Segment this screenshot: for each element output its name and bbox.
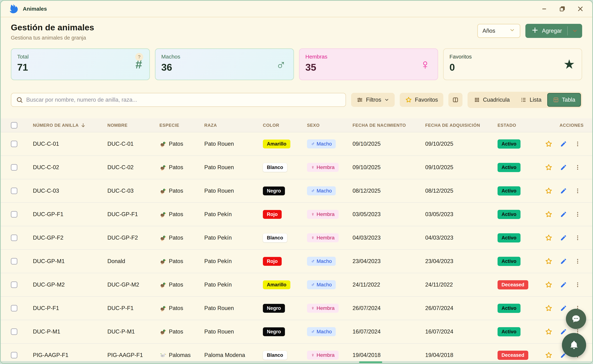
more-options-button[interactable]	[575, 258, 581, 264]
favorite-star-button[interactable]	[545, 328, 553, 336]
edit-pencil-button[interactable]	[560, 187, 567, 194]
name-cell: Donald	[108, 258, 160, 265]
row-checkbox[interactable]	[11, 328, 17, 335]
edit-pencil-button[interactable]	[560, 141, 567, 147]
chat-fab-button[interactable]	[566, 309, 586, 329]
more-options-button[interactable]	[575, 235, 581, 241]
breed-cell: Pato Pekín	[204, 258, 263, 265]
sex-symbol-icon: ♂	[311, 141, 315, 147]
help-icon[interactable]: ?	[135, 53, 143, 61]
name-cell: DUC-P-F1	[108, 305, 160, 312]
table-row[interactable]: DUC-P-F1 DUC-P-F1 Patos Pato Rouen Negro…	[1, 297, 592, 320]
edit-pencil-button[interactable]	[560, 234, 567, 241]
horizontal-scrollbar[interactable]	[1, 361, 592, 363]
stat-favorites-label: Favoritos	[449, 54, 576, 60]
favorite-star-button[interactable]	[545, 304, 553, 312]
column-header-color[interactable]: COLOR	[263, 123, 307, 128]
table-row[interactable]: DUC-C-01 DUC-C-01 Patos Pato Rouen Amari…	[1, 132, 592, 156]
column-header-name[interactable]: NOMBRE	[108, 123, 160, 128]
table-icon	[553, 97, 559, 103]
scrollbar-thumb[interactable]	[359, 362, 382, 363]
stat-favorites-value: 0	[449, 62, 576, 73]
chevron-down-icon	[509, 27, 515, 34]
color-badge: Negro	[263, 327, 285, 336]
column-header-ring[interactable]: NÚMERO DE ANILLA	[33, 123, 108, 128]
table-row[interactable]: DUC-GP-F2 DUC-GP-F2 Patos Pato Pekín Bla…	[1, 226, 592, 250]
filters-button[interactable]: Filtros	[351, 93, 394, 107]
view-switcher: Cuadricula Lista Tabla	[468, 92, 582, 108]
row-checkbox[interactable]	[11, 281, 17, 288]
row-checkbox[interactable]	[11, 211, 17, 218]
more-options-button[interactable]	[575, 211, 581, 217]
minimize-icon[interactable]	[540, 5, 548, 13]
maximize-icon[interactable]	[558, 5, 566, 13]
favorite-star-button[interactable]	[545, 281, 553, 288]
animals-table: NÚMERO DE ANILLA NOMBRE ESPECIE RAZA COL…	[1, 118, 592, 364]
more-options-button[interactable]	[575, 164, 581, 170]
table-row[interactable]: DUC-C-03 DUC-C-03 Patos Pato Rouen Negro…	[1, 179, 592, 203]
name-cell: DUC-GP-F2	[108, 234, 160, 241]
sex-symbol-icon: ♂	[311, 258, 315, 264]
favorites-filter-button[interactable]: Favoritos	[400, 93, 443, 107]
female-icon: ♀	[420, 57, 430, 72]
sex-symbol-icon: ♂	[311, 188, 315, 194]
table-row[interactable]: DUC-P-M1 DUC-P-M1 Patos Pato Rouen Negro…	[1, 320, 592, 344]
table-row[interactable]: DUC-GP-F1 DUC-GP-F1 Patos Pato Pekín Roj…	[1, 203, 592, 226]
table-row[interactable]: DUC-GP-M2 DUC-GP-M2 Patos Pato Pekín Ama…	[1, 273, 592, 297]
more-options-button[interactable]	[575, 141, 581, 147]
column-header-species[interactable]: ESPECIE	[160, 123, 204, 128]
row-checkbox[interactable]	[11, 258, 17, 265]
add-button[interactable]: Agregar	[526, 24, 582, 38]
favorite-star-button[interactable]	[545, 351, 553, 359]
favorite-star-button[interactable]	[545, 187, 553, 195]
birth-date-cell: 24/11/2022	[352, 281, 425, 288]
row-checkbox[interactable]	[11, 305, 17, 312]
edit-pencil-button[interactable]	[560, 258, 567, 265]
column-header-status[interactable]: ESTADO	[498, 123, 545, 128]
table-row[interactable]: DUC-C-02 DUC-C-02 Patos Pato Rouen Blanc…	[1, 156, 592, 179]
acquired-date-cell: 09/10/2025	[425, 141, 498, 147]
birth-date-cell: 04/03/2023	[352, 234, 425, 241]
more-options-button[interactable]	[575, 188, 581, 194]
column-header-birth[interactable]: FECHA DE NACIMIENTO	[352, 123, 425, 128]
search-input[interactable]	[26, 97, 341, 103]
name-cell: DUC-C-03	[108, 188, 160, 194]
row-checkbox[interactable]	[11, 141, 17, 147]
sliders-icon	[357, 97, 363, 103]
more-options-button[interactable]	[575, 282, 581, 288]
acquired-date-cell: 08/12/2025	[425, 188, 498, 194]
favorite-star-button[interactable]	[545, 140, 553, 148]
add-dropdown-toggle[interactable]	[568, 28, 582, 34]
edit-pencil-button[interactable]	[560, 211, 567, 218]
favorite-star-button[interactable]	[545, 258, 553, 265]
row-checkbox[interactable]	[11, 352, 17, 358]
ring-number-cell: PIG-AAGP-F1	[33, 352, 108, 358]
column-header-breed[interactable]: RAZA	[204, 123, 263, 128]
sex-badge: ♂Macho	[307, 257, 336, 266]
edit-pencil-button[interactable]	[560, 328, 567, 335]
column-header-sex[interactable]: SEXO	[307, 123, 352, 128]
status-badge: Activo	[498, 139, 520, 149]
edit-pencil-button[interactable]	[560, 164, 567, 171]
edit-pencil-button[interactable]	[560, 281, 567, 288]
table-row[interactable]: DUC-GP-M1 Donald Patos Pato Pekín Rojo ♂…	[1, 250, 592, 273]
species-label: Patos	[169, 188, 183, 194]
notifications-fab-button[interactable]	[562, 333, 586, 357]
close-icon[interactable]	[576, 5, 584, 13]
select-all-checkbox[interactable]	[11, 122, 17, 129]
row-checkbox[interactable]	[11, 234, 17, 241]
row-actions	[545, 258, 584, 265]
view-list-button[interactable]: Lista	[515, 93, 546, 107]
search-icon	[16, 96, 23, 103]
view-grid-button[interactable]: Cuadricula	[469, 93, 515, 107]
period-select[interactable]: Años	[477, 24, 520, 38]
columns-button[interactable]	[448, 93, 462, 107]
favorite-star-button[interactable]	[545, 234, 553, 242]
column-header-acquired[interactable]: FECHA DE ADQUISICIÓN	[425, 123, 498, 128]
row-checkbox[interactable]	[11, 164, 17, 171]
row-checkbox[interactable]	[11, 188, 17, 194]
favorite-star-button[interactable]	[545, 164, 553, 171]
edit-pencil-button[interactable]	[560, 305, 567, 312]
favorite-star-button[interactable]	[545, 210, 553, 218]
view-table-button[interactable]: Tabla	[547, 93, 581, 107]
